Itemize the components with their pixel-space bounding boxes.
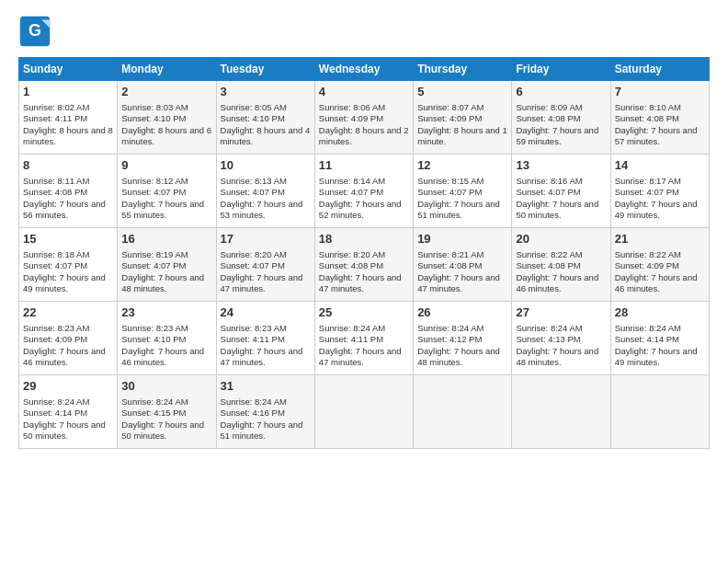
day-number: 26	[417, 305, 507, 321]
sunset-label: Sunset: 4:09 PM	[23, 334, 87, 344]
day-number: 4	[319, 85, 409, 100]
sunset-label: Sunset: 4:08 PM	[516, 113, 580, 123]
sunrise-label: Sunrise: 8:20 AM	[319, 249, 385, 259]
weekday-header-saturday: Saturday	[610, 58, 709, 81]
logo-icon: G	[18, 15, 51, 48]
sunset-label: Sunset: 4:07 PM	[23, 260, 87, 270]
sunrise-label: Sunrise: 8:24 AM	[221, 396, 287, 407]
day-number: 17	[221, 232, 311, 247]
weekday-header-friday: Friday	[512, 58, 610, 81]
daylight-label: Daylight: 7 hours and 48 minutes.	[417, 346, 500, 367]
daylight-label: Daylight: 7 hours and 59 minutes.	[516, 125, 598, 146]
sunset-label: Sunset: 4:10 PM	[121, 113, 186, 123]
header: G	[18, 15, 710, 48]
sunrise-label: Sunrise: 8:24 AM	[516, 323, 582, 333]
sunset-label: Sunset: 4:10 PM	[221, 113, 285, 123]
sunset-label: Sunset: 4:11 PM	[319, 334, 383, 344]
page: G SundayMondayTuesdayWednesdayThursdayFr…	[0, 0, 728, 563]
day-number: 8	[23, 158, 113, 174]
daylight-label: Daylight: 7 hours and 51 minutes.	[221, 419, 303, 441]
calendar-cell: 27Sunrise: 8:24 AMSunset: 4:13 PMDayligh…	[512, 302, 610, 375]
day-number: 30	[121, 379, 211, 395]
day-number: 18	[319, 232, 409, 247]
day-number: 21	[615, 232, 705, 247]
daylight-label: Daylight: 7 hours and 47 minutes.	[319, 346, 402, 367]
sunset-label: Sunset: 4:08 PM	[615, 113, 679, 123]
calendar-cell: 15Sunrise: 8:18 AMSunset: 4:07 PMDayligh…	[19, 228, 118, 302]
weekday-header-wednesday: Wednesday	[314, 58, 413, 81]
sunrise-label: Sunrise: 8:14 AM	[319, 176, 385, 186]
daylight-label: Daylight: 7 hours and 47 minutes.	[221, 272, 303, 293]
day-number: 16	[121, 232, 211, 247]
daylight-label: Daylight: 7 hours and 47 minutes.	[221, 346, 303, 367]
weekday-header-sunday: Sunday	[19, 58, 118, 81]
calendar-cell	[414, 375, 512, 449]
weekday-header-monday: Monday	[118, 58, 216, 81]
daylight-label: Daylight: 7 hours and 46 minutes.	[516, 272, 598, 293]
daylight-label: Daylight: 7 hours and 51 minutes.	[417, 199, 500, 220]
day-number: 10	[221, 158, 311, 174]
sunset-label: Sunset: 4:07 PM	[417, 187, 482, 197]
day-number: 9	[121, 158, 211, 174]
sunrise-label: Sunrise: 8:24 AM	[417, 323, 483, 333]
day-number: 1	[23, 85, 113, 100]
sunrise-label: Sunrise: 8:24 AM	[121, 396, 188, 407]
daylight-label: Daylight: 8 hours and 4 minutes.	[221, 125, 311, 146]
sunrise-label: Sunrise: 8:06 AM	[319, 102, 385, 112]
sunset-label: Sunset: 4:07 PM	[319, 187, 383, 197]
day-number: 13	[516, 158, 606, 174]
sunrise-label: Sunrise: 8:23 AM	[23, 323, 89, 333]
calendar-cell: 16Sunrise: 8:19 AMSunset: 4:07 PMDayligh…	[118, 228, 216, 302]
day-number: 12	[417, 158, 507, 174]
daylight-label: Daylight: 7 hours and 49 minutes.	[615, 199, 698, 220]
sunrise-label: Sunrise: 8:17 AM	[615, 176, 681, 186]
day-number: 19	[417, 232, 507, 247]
sunset-label: Sunset: 4:08 PM	[23, 187, 87, 197]
daylight-label: Daylight: 7 hours and 50 minutes.	[23, 419, 106, 441]
daylight-label: Daylight: 7 hours and 49 minutes.	[23, 272, 106, 293]
calendar-cell: 26Sunrise: 8:24 AMSunset: 4:12 PMDayligh…	[414, 302, 512, 375]
calendar-cell: 2Sunrise: 8:03 AMSunset: 4:10 PMDaylight…	[118, 81, 216, 155]
calendar-cell: 5Sunrise: 8:07 AMSunset: 4:09 PMDaylight…	[414, 81, 512, 155]
daylight-label: Daylight: 7 hours and 47 minutes.	[417, 272, 500, 293]
daylight-label: Daylight: 7 hours and 46 minutes.	[23, 346, 106, 367]
daylight-label: Daylight: 7 hours and 46 minutes.	[615, 272, 698, 293]
sunset-label: Sunset: 4:07 PM	[516, 187, 580, 197]
daylight-label: Daylight: 7 hours and 48 minutes.	[516, 346, 598, 367]
sunrise-label: Sunrise: 8:15 AM	[417, 176, 483, 186]
sunrise-label: Sunrise: 8:21 AM	[417, 249, 483, 259]
calendar-cell: 1Sunrise: 8:02 AMSunset: 4:11 PMDaylight…	[19, 81, 118, 155]
daylight-label: Daylight: 8 hours and 8 minutes.	[23, 125, 113, 146]
calendar-cell: 31Sunrise: 8:24 AMSunset: 4:16 PMDayligh…	[216, 375, 314, 449]
daylight-label: Daylight: 7 hours and 53 minutes.	[221, 199, 303, 220]
daylight-label: Daylight: 7 hours and 50 minutes.	[121, 419, 204, 441]
day-number: 28	[615, 305, 705, 321]
calendar-cell: 12Sunrise: 8:15 AMSunset: 4:07 PMDayligh…	[414, 155, 512, 228]
calendar-cell: 18Sunrise: 8:20 AMSunset: 4:08 PMDayligh…	[314, 228, 413, 302]
day-number: 25	[319, 305, 409, 321]
weekday-header-tuesday: Tuesday	[216, 58, 314, 81]
weekday-header-thursday: Thursday	[414, 58, 512, 81]
sunset-label: Sunset: 4:14 PM	[615, 334, 679, 344]
sunset-label: Sunset: 4:13 PM	[516, 334, 580, 344]
sunrise-label: Sunrise: 8:23 AM	[121, 323, 188, 333]
sunset-label: Sunset: 4:08 PM	[319, 260, 383, 270]
calendar-cell: 4Sunrise: 8:06 AMSunset: 4:09 PMDaylight…	[314, 81, 413, 155]
calendar-cell: 9Sunrise: 8:12 AMSunset: 4:07 PMDaylight…	[118, 155, 216, 228]
sunrise-label: Sunrise: 8:24 AM	[319, 323, 385, 333]
daylight-label: Daylight: 7 hours and 49 minutes.	[615, 346, 698, 367]
calendar-cell: 20Sunrise: 8:22 AMSunset: 4:08 PMDayligh…	[512, 228, 610, 302]
sunrise-label: Sunrise: 8:09 AM	[516, 102, 582, 112]
calendar-cell: 24Sunrise: 8:23 AMSunset: 4:11 PMDayligh…	[216, 302, 314, 375]
sunset-label: Sunset: 4:07 PM	[615, 187, 679, 197]
day-number: 31	[221, 379, 311, 395]
daylight-label: Daylight: 7 hours and 52 minutes.	[319, 199, 402, 220]
sunset-label: Sunset: 4:11 PM	[23, 113, 87, 123]
sunrise-label: Sunrise: 8:05 AM	[221, 102, 287, 112]
sunset-label: Sunset: 4:09 PM	[417, 113, 482, 123]
calendar-cell	[314, 375, 413, 449]
sunrise-label: Sunrise: 8:03 AM	[121, 102, 188, 112]
sunset-label: Sunset: 4:11 PM	[221, 334, 285, 344]
sunset-label: Sunset: 4:12 PM	[417, 334, 482, 344]
daylight-label: Daylight: 8 hours and 6 minutes.	[121, 125, 211, 146]
